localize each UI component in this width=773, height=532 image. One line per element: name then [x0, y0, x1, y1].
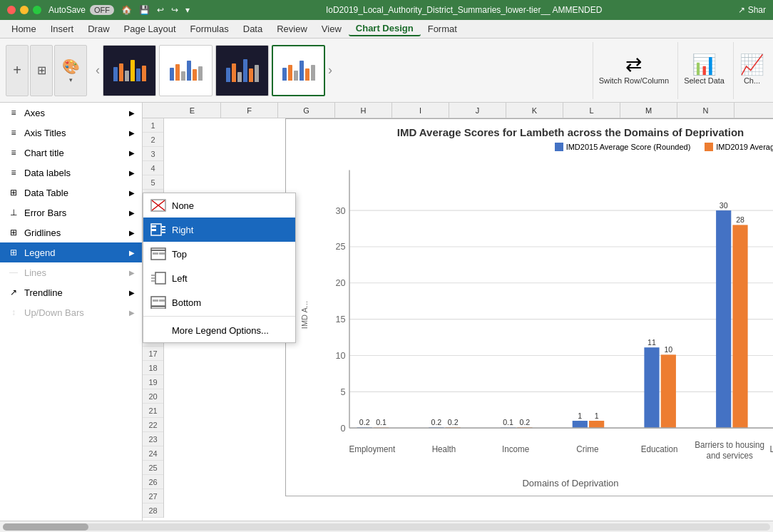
switch-label: Switch Row/Column	[599, 76, 669, 86]
autosave-toggle[interactable]: OFF	[90, 5, 114, 15]
menu-lines[interactable]: — Lines ▶	[0, 262, 142, 282]
select-data-button[interactable]: 📊 Select Data	[677, 42, 730, 99]
scroll-right-icon[interactable]: ›	[328, 63, 332, 78]
select-data-label: Select Data	[684, 76, 725, 86]
menu-view[interactable]: View	[314, 22, 349, 36]
quick-layout-button[interactable]: ⊞	[30, 45, 53, 96]
row-19[interactable]: 19	[143, 375, 163, 389]
menu-chart-design[interactable]: Chart Design	[349, 21, 421, 36]
row-28[interactable]: 28	[143, 503, 163, 518]
menu-data[interactable]: Data	[236, 22, 270, 36]
menu-updown-bars[interactable]: ↕ Up/Down Bars ▶	[0, 302, 142, 322]
row-22[interactable]: 22	[143, 418, 163, 432]
menu-axes[interactable]: ≡ Axes ▶	[0, 103, 142, 123]
row-4[interactable]: 4	[143, 161, 163, 175]
gridlines-arrow: ▶	[129, 229, 135, 237]
row-20[interactable]: 20	[143, 389, 163, 404]
col-header-i[interactable]: I	[392, 103, 449, 118]
row-18[interactable]: 18	[143, 361, 163, 375]
updown-bars-label: Up/Down Bars	[24, 307, 84, 318]
row-2[interactable]: 2	[143, 133, 163, 147]
legend-label-2015: IMD2015 Average Score (Rounded)	[566, 143, 691, 151]
change-chart-type-button[interactable]: 📈 Ch...	[733, 42, 770, 99]
menu-review[interactable]: Review	[270, 22, 314, 36]
menu-home[interactable]: Home	[4, 22, 43, 36]
legend-left-option[interactable]: Left	[143, 266, 295, 290]
svg-text:0.2: 0.2	[520, 417, 531, 426]
col-header-h[interactable]: H	[335, 103, 392, 118]
svg-text:10: 10	[664, 345, 672, 354]
scroll-left-icon[interactable]: ‹	[96, 63, 100, 78]
chart-style-1[interactable]	[103, 45, 156, 96]
legend-top-icon	[150, 246, 166, 262]
row-21[interactable]: 21	[143, 404, 163, 418]
add-chart-element-button[interactable]: +	[6, 45, 29, 96]
chart-style-2[interactable]	[159, 45, 213, 96]
menu-trendline[interactable]: ↗ Trendline ▶	[0, 282, 142, 302]
menu-page-layout[interactable]: Page Layout	[117, 22, 183, 36]
more-legend-options-button[interactable]: More Legend Options...	[143, 318, 295, 342]
svg-text:Employment: Employment	[349, 444, 395, 454]
chart-svg: 0 5 10 15 20 25 30 0.2 0.1 Employment	[312, 154, 773, 476]
menu-insert[interactable]: Insert	[43, 22, 81, 36]
row-17[interactable]: 17	[143, 347, 163, 361]
menu-chart-title[interactable]: ≡ Chart title ▶	[0, 143, 142, 163]
minimize-button[interactable]	[20, 6, 29, 14]
chart-style-4[interactable]	[272, 45, 325, 96]
col-header-e[interactable]: E	[164, 103, 221, 118]
menu-legend[interactable]: ⊞ Legend ▶	[0, 242, 142, 262]
row-26[interactable]: 26	[143, 475, 163, 489]
chart[interactable]: IMD Average Scores for Lambeth across th…	[285, 118, 773, 496]
row-5[interactable]: 5	[143, 175, 163, 190]
row-1[interactable]: 1	[143, 118, 163, 133]
menu-gridlines[interactable]: ⊞ Gridlines ▶	[0, 222, 142, 242]
svg-rect-57	[151, 229, 156, 231]
col-header-n[interactable]: N	[677, 103, 734, 118]
window-controls[interactable]	[7, 6, 41, 14]
col-header-g[interactable]: G	[278, 103, 335, 118]
data-table-icon: ⊞	[7, 186, 20, 199]
menu-error-bars[interactable]: ⊥ Error Bars ▶	[0, 203, 142, 222]
legend-top-option[interactable]: Top	[143, 242, 295, 266]
row-27[interactable]: 27	[143, 489, 163, 503]
menu-formulas[interactable]: Formulas	[183, 22, 236, 36]
row-3[interactable]: 3	[143, 147, 163, 161]
svg-text:20: 20	[336, 277, 346, 288]
redo-icon[interactable]: ↪	[171, 5, 178, 15]
submenu-divider	[143, 316, 295, 317]
row-24[interactable]: 24	[143, 446, 163, 461]
col-header-l[interactable]: L	[563, 103, 620, 118]
svg-text:30: 30	[720, 200, 728, 209]
scrollbar-thumb[interactable]	[3, 523, 88, 531]
close-button[interactable]	[7, 6, 16, 14]
menu-data-table[interactable]: ⊞ Data Table ▶	[0, 183, 142, 203]
menu-format[interactable]: Format	[421, 22, 464, 36]
menu-data-labels[interactable]: ≡ Data labels ▶	[0, 163, 142, 183]
switch-row-column-button[interactable]: ⇄ Switch Row/Column	[593, 42, 675, 99]
menu-draw[interactable]: Draw	[81, 22, 116, 36]
legend-bottom-option[interactable]: Bottom	[143, 290, 295, 314]
chart-style-3[interactable]	[215, 45, 269, 96]
home-icon[interactable]: 🏠	[121, 5, 132, 15]
maximize-button[interactable]	[33, 6, 41, 14]
legend-none-option[interactable]: None	[143, 193, 295, 218]
svg-rect-35	[661, 354, 676, 428]
scrollbar-track[interactable]	[3, 523, 770, 531]
row-25[interactable]: 25	[143, 461, 163, 475]
row-23[interactable]: 23	[143, 432, 163, 446]
data-table-arrow: ▶	[129, 189, 135, 197]
save-icon[interactable]: 💾	[139, 5, 150, 15]
legend-right-option[interactable]: Right	[143, 218, 295, 242]
change-colors-button[interactable]: 🎨 ▾	[54, 45, 87, 96]
legend-bottom-icon	[150, 295, 166, 310]
share-button[interactable]: ↗ Shar	[738, 5, 766, 15]
svg-rect-56	[151, 225, 156, 227]
chart-title-icon: ≡	[7, 146, 20, 159]
col-header-m[interactable]: M	[620, 103, 677, 118]
col-header-j[interactable]: J	[449, 103, 506, 118]
col-header-k[interactable]: K	[506, 103, 563, 118]
select-data-icon: 📊	[692, 55, 717, 75]
undo-icon[interactable]: ↩	[157, 5, 164, 15]
col-header-f[interactable]: F	[221, 103, 278, 118]
menu-axis-titles[interactable]: ≡ Axis Titles ▶	[0, 123, 142, 143]
